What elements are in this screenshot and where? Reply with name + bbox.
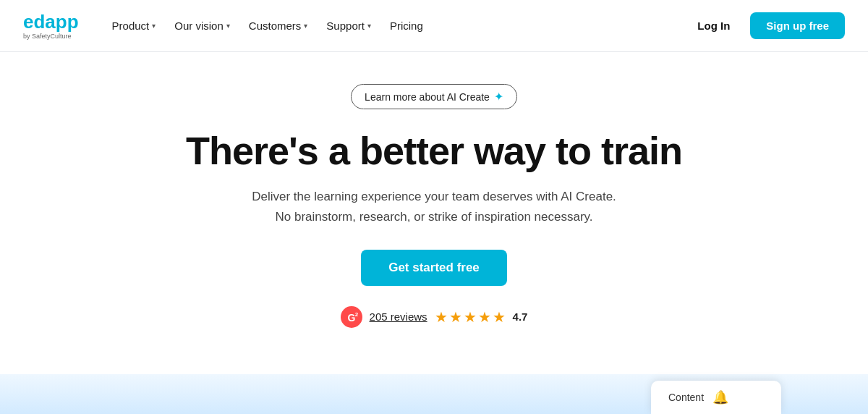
bell-icon: 🔔 bbox=[712, 389, 728, 405]
hero-subtitle: Deliver the learning experience your tea… bbox=[252, 187, 616, 226]
g2-logo-icon: G 2 bbox=[341, 306, 362, 328]
get-started-button[interactable]: Get started free bbox=[361, 250, 507, 286]
nav-right: Log In Sign up free bbox=[689, 12, 845, 39]
ai-create-badge[interactable]: Learn more about AI Create ✦ bbox=[351, 84, 517, 109]
star-2: ★ bbox=[449, 308, 462, 326]
chevron-down-icon: ▾ bbox=[226, 22, 230, 30]
chevron-down-icon: ▾ bbox=[304, 22, 307, 30]
nav-links: Product ▾ Our vision ▾ Customers ▾ Suppo… bbox=[105, 14, 689, 38]
star-3: ★ bbox=[464, 308, 477, 326]
chevron-down-icon: ▾ bbox=[152, 22, 156, 30]
star-5-half: ★ bbox=[493, 308, 506, 326]
star-1: ★ bbox=[435, 308, 448, 326]
signup-button[interactable]: Sign up free bbox=[750, 12, 845, 39]
svg-text:2: 2 bbox=[354, 311, 358, 318]
rating-number: 4.7 bbox=[513, 310, 528, 323]
star-4: ★ bbox=[478, 308, 491, 326]
reviews-count[interactable]: 205 reviews bbox=[370, 310, 427, 323]
hero-title: There's a better way to train bbox=[186, 130, 682, 172]
star-rating: ★ ★ ★ ★ ★ bbox=[435, 308, 506, 326]
logo-app: app bbox=[45, 11, 78, 33]
logo-subtext: by SafetyCulture bbox=[23, 33, 79, 40]
nav-item-product[interactable]: Product ▾ bbox=[105, 14, 163, 38]
nav-item-our-vision[interactable]: Our vision ▾ bbox=[167, 14, 237, 38]
sparkle-icon: ✦ bbox=[494, 90, 503, 104]
nav-item-support[interactable]: Support ▾ bbox=[319, 14, 378, 38]
content-card-label: Content bbox=[668, 392, 704, 403]
logo-ed: ed bbox=[23, 11, 45, 33]
login-button[interactable]: Log In bbox=[689, 14, 739, 38]
nav-item-pricing[interactable]: Pricing bbox=[383, 14, 430, 38]
content-card: Content 🔔 bbox=[651, 381, 781, 414]
logo-text: edapp bbox=[23, 12, 79, 31]
badge-text: Learn more about AI Create bbox=[365, 91, 490, 103]
nav-item-customers[interactable]: Customers ▾ bbox=[242, 14, 315, 38]
hero-section: Learn more about AI Create ✦ There's a b… bbox=[0, 52, 868, 345]
reviews-row: G 2 205 reviews ★ ★ ★ ★ ★ 4.7 bbox=[341, 306, 528, 328]
chevron-down-icon: ▾ bbox=[367, 22, 371, 30]
navbar: edapp by SafetyCulture Product ▾ Our vis… bbox=[0, 0, 868, 52]
logo[interactable]: edapp by SafetyCulture bbox=[23, 12, 79, 40]
